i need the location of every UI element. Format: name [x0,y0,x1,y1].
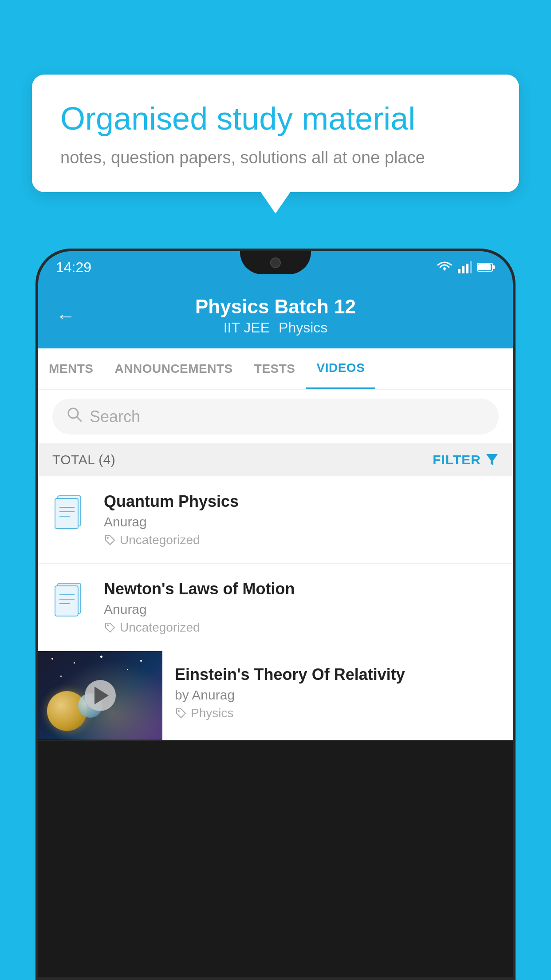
header-title: Physics Batch 12 [195,296,356,318]
speech-bubble-card: Organised study material notes, question… [32,75,519,192]
filter-label: FILTER [433,452,481,467]
item-tag-text: Uncategorized [120,533,200,547]
search-input-wrapper[interactable]: Search [52,399,499,435]
play-button[interactable] [85,680,116,711]
tab-announcements[interactable]: ANNOUNCEMENTS [104,349,244,388]
tab-tests[interactable]: TESTS [244,349,306,388]
svg-line-8 [77,417,81,421]
item-icon [52,492,91,531]
svg-marker-9 [486,454,498,466]
header-subtitle-right: Physics [279,320,327,336]
list-item[interactable]: Quantum Physics Anurag Uncategorized [38,476,513,564]
svg-rect-2 [466,264,468,273]
item-tag: Uncategorized [104,533,499,547]
header-subtitle: IIT JEE Physics [224,320,328,336]
svg-point-15 [107,537,109,539]
item-info: Quantum Physics Anurag Uncategorized [104,492,499,547]
item-tag: Uncategorized [104,620,499,635]
filter-button[interactable]: FILTER [433,452,499,467]
status-time: 14:29 [56,259,91,276]
status-bar: 14:29 [38,251,513,283]
video-thumbnail [38,651,162,740]
item-tag-text: Physics [191,706,233,720]
notch [240,251,311,274]
tabs-bar: MENTS ANNOUNCEMENTS TESTS VIDEOS [38,348,513,390]
header-subtitle-left: IIT JEE [224,320,270,336]
item-author: Anurag [104,514,499,530]
phone-frame: 14:29 [35,249,516,980]
camera [270,257,281,268]
video-list: Quantum Physics Anurag Uncategorized [38,476,513,740]
svg-point-21 [107,624,109,626]
search-icon [67,407,83,427]
svg-rect-11 [55,498,78,529]
wifi-icon [437,261,453,273]
item-icon [52,580,91,619]
svg-rect-17 [55,586,78,616]
item-author: by Anurag [175,688,500,703]
app-header: ← Physics Batch 12 IIT JEE Physics [38,283,513,348]
tag-icon [104,534,116,546]
battery-icon [477,262,495,273]
bubble-title: Organised study material [60,99,491,138]
tag-icon [104,621,116,634]
item-info: Newton's Laws of Motion Anurag Uncategor… [104,580,499,635]
status-icons [437,261,495,273]
item-title: Newton's Laws of Motion [104,580,499,598]
item-title: Einstein's Theory Of Relativity [175,665,500,684]
total-count: TOTAL (4) [52,452,115,467]
item-tag: Physics [175,706,500,720]
item-info: Einstein's Theory Of Relativity by Anura… [162,651,513,735]
search-input[interactable]: Search [90,407,140,426]
signal-icon [458,261,472,273]
svg-rect-0 [458,269,460,273]
filter-bar: TOTAL (4) FILTER [38,443,513,476]
item-author: Anurag [104,602,499,617]
svg-rect-6 [478,264,491,270]
tab-ments[interactable]: MENTS [38,349,104,388]
svg-point-22 [178,710,180,712]
tag-icon [175,707,187,719]
search-bar: Search [38,390,513,443]
svg-rect-3 [470,261,472,273]
filter-funnel-icon [485,453,499,466]
svg-rect-5 [492,265,495,269]
svg-rect-1 [462,266,464,273]
list-item[interactable]: Einstein's Theory Of Relativity by Anura… [38,651,513,740]
item-tag-text: Uncategorized [120,620,200,635]
item-title: Quantum Physics [104,492,499,511]
bubble-subtitle: notes, question papers, solutions all at… [60,148,491,167]
tab-videos[interactable]: VIDEOS [306,348,376,389]
back-button[interactable]: ← [56,305,75,327]
list-item[interactable]: Newton's Laws of Motion Anurag Uncategor… [38,564,513,651]
